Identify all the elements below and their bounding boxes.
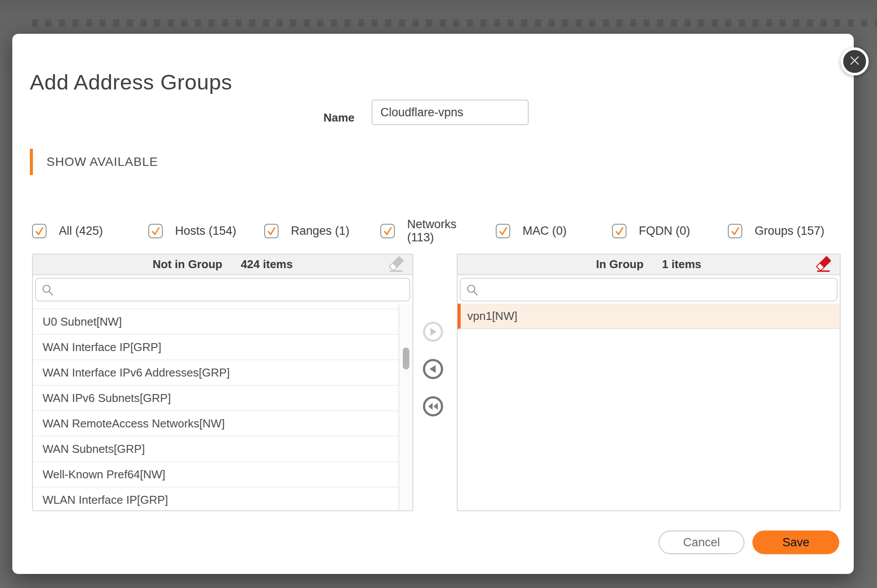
arrow-right-icon bbox=[428, 327, 438, 337]
checkbox-checked-icon[interactable] bbox=[728, 224, 742, 238]
filter-ranges[interactable]: Ranges (1) bbox=[264, 216, 350, 245]
filter-label: Ranges (1) bbox=[291, 224, 350, 237]
cancel-button-label: Cancel bbox=[683, 536, 720, 549]
filter-label: MAC (0) bbox=[523, 224, 567, 237]
filter-label: Networks (113) bbox=[407, 218, 457, 244]
checkbox-checked-icon[interactable] bbox=[32, 224, 47, 238]
transfer-controls bbox=[413, 254, 457, 511]
close-button[interactable] bbox=[841, 47, 869, 75]
move-right-button[interactable] bbox=[423, 322, 443, 342]
checkbox-checked-icon[interactable] bbox=[496, 224, 510, 238]
move-all-left-button[interactable] bbox=[423, 396, 443, 416]
double-arrow-left-icon bbox=[427, 402, 439, 411]
arrow-left-icon bbox=[428, 364, 438, 374]
panel-item-count: 424 items bbox=[241, 258, 293, 271]
list-item[interactable]: Well-Known Pref64[NW] bbox=[33, 462, 398, 488]
eraser-icon bbox=[815, 256, 833, 274]
filter-label: Groups (157) bbox=[755, 224, 824, 237]
in-group-panel: In Group 1 items vpn1[NW] bbox=[457, 254, 841, 511]
filter-label-line1: Networks bbox=[407, 218, 457, 231]
panel-title: In Group bbox=[596, 258, 644, 271]
in-group-search-area bbox=[458, 275, 840, 304]
list-item[interactable]: U0 Subnet[NW] bbox=[33, 309, 398, 335]
filter-label: All (425) bbox=[59, 224, 103, 237]
clear-list-button-disabled[interactable] bbox=[388, 256, 405, 274]
not-in-group-panel: Not in Group 424 items U0 Sub bbox=[32, 254, 413, 511]
panel-item-count: 1 items bbox=[662, 258, 702, 271]
filter-mac[interactable]: MAC (0) bbox=[496, 216, 567, 245]
cancel-button[interactable]: Cancel bbox=[659, 531, 745, 554]
list-item[interactable]: WAN Interface IP[GRP] bbox=[33, 335, 398, 360]
move-left-button[interactable] bbox=[423, 359, 443, 379]
checkbox-checked-icon[interactable] bbox=[148, 224, 163, 238]
in-group-search-input[interactable] bbox=[460, 278, 838, 301]
dialog-title: Add Address Groups bbox=[30, 70, 232, 94]
section-title: SHOW AVAILABLE bbox=[47, 149, 158, 175]
section-accent-bar bbox=[30, 149, 33, 175]
panel-title: Not in Group bbox=[153, 258, 222, 271]
filter-networks[interactable]: Networks (113) bbox=[380, 216, 457, 245]
checkbox-checked-icon[interactable] bbox=[264, 224, 279, 238]
eraser-icon bbox=[388, 256, 405, 274]
name-input[interactable] bbox=[372, 100, 529, 125]
not-in-group-header: Not in Group 424 items bbox=[33, 255, 412, 275]
add-address-groups-dialog: Add Address Groups Name SHOW AVAILABLE A… bbox=[12, 34, 854, 574]
filter-label: FQDN (0) bbox=[639, 224, 690, 237]
filter-label: Hosts (154) bbox=[175, 224, 236, 237]
clear-list-button[interactable] bbox=[815, 256, 833, 274]
dimmed-background-content bbox=[32, 19, 877, 27]
not-in-group-list: U0 Subnet[NW] WAN Interface IP[GRP] WAN … bbox=[33, 304, 412, 510]
filter-row: All (425) Hosts (154) Ranges (1) Network… bbox=[12, 216, 854, 245]
close-icon bbox=[849, 55, 860, 68]
save-button-label: Save bbox=[782, 536, 809, 549]
search-icon bbox=[42, 284, 54, 298]
in-group-header: In Group 1 items bbox=[458, 255, 840, 275]
list-item[interactable]: WLAN Interface IP[GRP] bbox=[33, 488, 398, 510]
scrollbar-thumb[interactable] bbox=[403, 348, 409, 369]
filter-hosts[interactable]: Hosts (154) bbox=[148, 216, 236, 245]
not-in-group-search-input[interactable] bbox=[35, 278, 410, 301]
list-item[interactable]: WAN RemoteAccess Networks[NW] bbox=[33, 411, 398, 437]
list-item[interactable]: WAN IPv6 Subnets[GRP] bbox=[33, 386, 398, 411]
list-item[interactable]: WAN Interface IPv6 Addresses[GRP] bbox=[33, 360, 398, 386]
in-group-list: vpn1[NW] bbox=[458, 304, 840, 510]
filter-groups[interactable]: Groups (157) bbox=[728, 216, 824, 245]
not-in-group-search-area bbox=[33, 275, 412, 304]
checkbox-checked-icon[interactable] bbox=[612, 224, 626, 238]
name-label: Name bbox=[297, 105, 354, 130]
filter-fqdn[interactable]: FQDN (0) bbox=[612, 216, 690, 245]
save-button[interactable]: Save bbox=[752, 531, 839, 554]
checkbox-checked-icon[interactable] bbox=[380, 224, 395, 238]
list-item-partial bbox=[33, 304, 398, 309]
search-icon bbox=[466, 284, 479, 298]
filter-label-line2: (113) bbox=[407, 231, 434, 244]
list-item[interactable]: WAN Subnets[GRP] bbox=[33, 437, 398, 462]
filter-all[interactable]: All (425) bbox=[32, 216, 103, 245]
scrollbar-track[interactable] bbox=[398, 304, 412, 510]
list-item-selected[interactable]: vpn1[NW] bbox=[458, 304, 840, 329]
